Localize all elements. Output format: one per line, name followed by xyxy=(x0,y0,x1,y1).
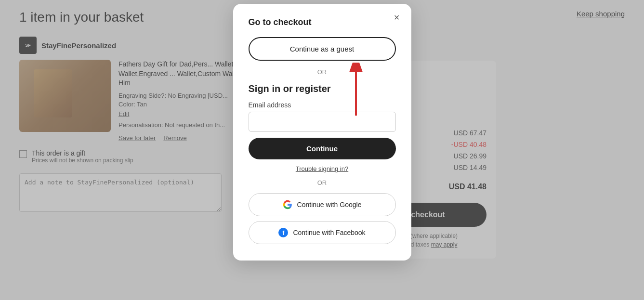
trouble-signing-in-link[interactable]: Trouble signing in? xyxy=(249,165,396,172)
email-input[interactable] xyxy=(249,112,396,132)
or-divider-2: OR xyxy=(249,179,396,186)
modal-overlay: × Go to checkout Continue as a guest OR … xyxy=(0,0,644,300)
continue-with-facebook-button[interactable]: f Continue with Facebook xyxy=(249,221,396,244)
or-divider-1: OR xyxy=(249,68,396,76)
email-label: Email address xyxy=(249,101,396,109)
google-icon xyxy=(283,200,292,209)
continue-with-google-button[interactable]: Continue with Google xyxy=(249,193,396,216)
modal-title: Go to checkout xyxy=(249,17,396,27)
sign-in-title: Sign in or register xyxy=(249,83,396,94)
facebook-icon: f xyxy=(278,228,288,237)
modal-close-button[interactable]: × xyxy=(390,11,404,24)
checkout-modal: × Go to checkout Continue as a guest OR … xyxy=(233,4,411,261)
continue-button[interactable]: Continue xyxy=(249,138,396,159)
close-icon: × xyxy=(394,12,400,23)
continue-as-guest-button[interactable]: Continue as a guest xyxy=(249,37,396,61)
